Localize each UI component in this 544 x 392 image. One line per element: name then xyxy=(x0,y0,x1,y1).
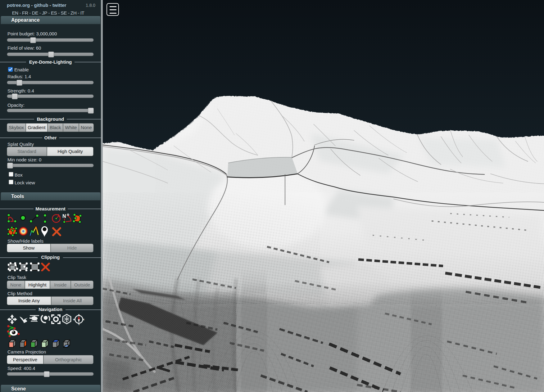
svg-text:S: S xyxy=(78,323,80,325)
svg-text:W: W xyxy=(73,318,75,321)
svg-text:E: E xyxy=(83,318,84,321)
svg-text:N: N xyxy=(78,314,79,316)
svg-text:N: N xyxy=(62,214,66,219)
